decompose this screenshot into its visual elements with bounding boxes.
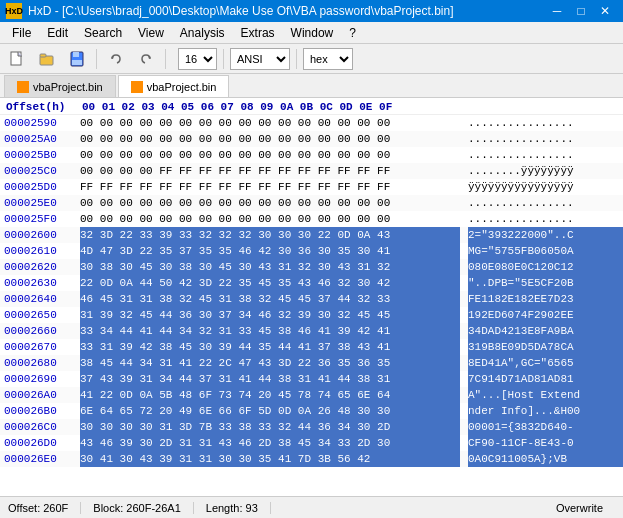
menu-item-analysis[interactable]: Analysis [172, 22, 233, 44]
row-hex: FF FF FF FF FF FF FF FF FF FF FF FF FF F… [80, 179, 460, 195]
table-row[interactable]: 0000265031 39 32 45 44 36 30 37 34 46 32… [0, 307, 623, 323]
row-hex: 30 38 30 45 30 38 30 45 30 43 31 32 30 4… [80, 259, 460, 275]
row-offset: 000026E0 [0, 451, 80, 467]
row-hex: 4D 47 3D 22 35 37 35 35 46 42 30 36 30 3… [80, 243, 460, 259]
maximize-button[interactable]: □ [569, 0, 593, 22]
table-row[interactable]: 000026C030 30 30 30 31 3D 7B 33 38 33 32… [0, 419, 623, 435]
table-row[interactable]: 000025F000 00 00 00 00 00 00 00 00 00 00… [0, 211, 623, 227]
row-offset: 00002660 [0, 323, 80, 339]
table-row[interactable]: 000025E000 00 00 00 00 00 00 00 00 00 00… [0, 195, 623, 211]
redo-button[interactable] [133, 47, 159, 71]
hex-header: Offset(h) 00 01 02 03 04 05 06 07 08 09 … [0, 100, 623, 115]
menu-item-search[interactable]: Search [76, 22, 130, 44]
row-hex: 31 39 32 45 44 36 30 37 34 46 32 39 30 3… [80, 307, 460, 323]
row-ascii: 319B8E09D5DA78CA [468, 339, 623, 355]
table-row[interactable]: 0000269037 43 39 31 34 44 37 31 41 44 38… [0, 371, 623, 387]
row-ascii: CF90-11CF-8E43-0 [468, 435, 623, 451]
status-length: Length: 93 [206, 502, 271, 514]
table-row[interactable]: 0000268038 45 44 34 31 41 22 2C 47 43 3D… [0, 355, 623, 371]
status-bar: Offset: 260F Block: 260F-26A1 Length: 93… [0, 496, 623, 518]
row-hex: 00 00 00 00 00 00 00 00 00 00 00 00 00 0… [80, 147, 460, 163]
table-row[interactable]: 000026E030 41 30 43 39 31 31 30 30 35 41… [0, 451, 623, 467]
encoding-select[interactable]: ANSI [230, 48, 290, 70]
menu-item-extras[interactable]: Extras [233, 22, 283, 44]
table-row[interactable]: 0000260032 3D 22 33 39 33 32 32 32 30 30… [0, 227, 623, 243]
table-row[interactable]: 0000262030 38 30 45 30 38 30 45 30 43 31… [0, 259, 623, 275]
table-row[interactable]: 0000266033 34 44 41 44 34 32 31 33 45 38… [0, 323, 623, 339]
close-button[interactable]: ✕ [593, 0, 617, 22]
table-row[interactable]: 000026D043 46 39 30 2D 31 31 43 46 2D 38… [0, 435, 623, 451]
table-row[interactable]: 000026A041 22 0D 0A 5B 48 6F 73 74 20 45… [0, 387, 623, 403]
row-spacer [460, 451, 468, 467]
tab-label: vbaProject.bin [147, 81, 217, 93]
tab-1[interactable]: vbaProject.bin [118, 75, 230, 97]
hex-rows: 0000259000 00 00 00 00 00 00 00 00 00 00… [0, 115, 623, 467]
open-button[interactable] [34, 47, 60, 71]
row-hex: 6E 64 65 72 20 49 6E 66 6F 5D 0D 0A 26 4… [80, 403, 460, 419]
row-spacer [460, 243, 468, 259]
row-spacer [460, 275, 468, 291]
status-block: Block: 260F-26A1 [93, 502, 193, 514]
row-ascii: ................ [468, 115, 623, 131]
row-offset: 000026C0 [0, 419, 80, 435]
table-row[interactable]: 000026B06E 64 65 72 20 49 6E 66 6F 5D 0D… [0, 403, 623, 419]
table-row[interactable]: 000025D0FF FF FF FF FF FF FF FF FF FF FF… [0, 179, 623, 195]
tab-0[interactable]: vbaProject.bin [4, 75, 116, 97]
menu-item-window[interactable]: Window [283, 22, 342, 44]
mode-select[interactable]: hex [303, 48, 353, 70]
table-row[interactable]: 0000263022 0D 0A 44 50 42 3D 22 35 45 35… [0, 275, 623, 291]
row-offset: 00002600 [0, 227, 80, 243]
window-controls: ─ □ ✕ [545, 0, 617, 22]
row-spacer [460, 163, 468, 179]
tab-file-icon [17, 81, 29, 93]
row-offset: 000025B0 [0, 147, 80, 163]
table-row[interactable]: 000025C000 00 00 00 FF FF FF FF FF FF FF… [0, 163, 623, 179]
menu-bar: FileEditSearchViewAnalysisExtrasWindow? [0, 22, 623, 44]
table-row[interactable]: 0000267033 31 39 42 38 45 30 39 44 35 44… [0, 339, 623, 355]
svg-rect-5 [72, 60, 82, 65]
status-mode: Overwrite [556, 502, 615, 514]
row-hex: 00 00 00 00 00 00 00 00 00 00 00 00 00 0… [80, 211, 460, 227]
row-hex: 33 31 39 42 38 45 30 39 44 35 44 41 37 3… [80, 339, 460, 355]
separator-4 [296, 49, 297, 69]
row-hex: 00 00 00 00 00 00 00 00 00 00 00 00 00 0… [80, 131, 460, 147]
row-offset: 00002640 [0, 291, 80, 307]
table-row[interactable]: 000025A000 00 00 00 00 00 00 00 00 00 00… [0, 131, 623, 147]
row-hex: 41 22 0D 0A 5B 48 6F 73 74 20 45 78 74 6… [80, 387, 460, 403]
row-hex: 37 43 39 31 34 44 37 31 41 44 38 31 41 4… [80, 371, 460, 387]
menu-item-file[interactable]: File [4, 22, 39, 44]
row-offset: 00002650 [0, 307, 80, 323]
new-button[interactable] [4, 47, 30, 71]
row-offset: 000025F0 [0, 211, 80, 227]
row-hex: 43 46 39 30 2D 31 31 43 46 2D 38 45 34 3… [80, 435, 460, 451]
row-ascii: ................ [468, 211, 623, 227]
row-spacer [460, 355, 468, 371]
row-hex: 00 00 00 00 00 00 00 00 00 00 00 00 00 0… [80, 115, 460, 131]
svg-rect-4 [73, 52, 79, 57]
bits-select[interactable]: 16 [178, 48, 217, 70]
separator-2 [165, 49, 166, 69]
row-offset: 00002620 [0, 259, 80, 275]
save-button[interactable] [64, 47, 90, 71]
row-offset: 00002680 [0, 355, 80, 371]
menu-item-view[interactable]: View [130, 22, 172, 44]
table-row[interactable]: 000025B000 00 00 00 00 00 00 00 00 00 00… [0, 147, 623, 163]
row-hex: 22 0D 0A 44 50 42 3D 22 35 45 35 43 46 3… [80, 275, 460, 291]
table-row[interactable]: 0000259000 00 00 00 00 00 00 00 00 00 00… [0, 115, 623, 131]
row-spacer [460, 419, 468, 435]
row-hex: 30 30 30 30 31 3D 7B 33 38 33 32 44 36 3… [80, 419, 460, 435]
hex-area[interactable]: Offset(h) 00 01 02 03 04 05 06 07 08 09 … [0, 98, 623, 496]
row-ascii: nder Info]...&H00 [468, 403, 623, 419]
svg-rect-2 [40, 54, 46, 57]
menu-item-?[interactable]: ? [341, 22, 364, 44]
main-content: Offset(h) 00 01 02 03 04 05 06 07 08 09 … [0, 98, 623, 496]
table-row[interactable]: 0000264046 45 31 31 38 32 45 31 38 32 45… [0, 291, 623, 307]
open-icon [39, 51, 55, 67]
minimize-button[interactable]: ─ [545, 0, 569, 22]
menu-item-edit[interactable]: Edit [39, 22, 76, 44]
undo-icon [108, 51, 124, 67]
undo-button[interactable] [103, 47, 129, 71]
row-spacer [460, 259, 468, 275]
table-row[interactable]: 000026104D 47 3D 22 35 37 35 35 46 42 30… [0, 243, 623, 259]
row-ascii: 7C914D71AD81AD81 [468, 371, 623, 387]
